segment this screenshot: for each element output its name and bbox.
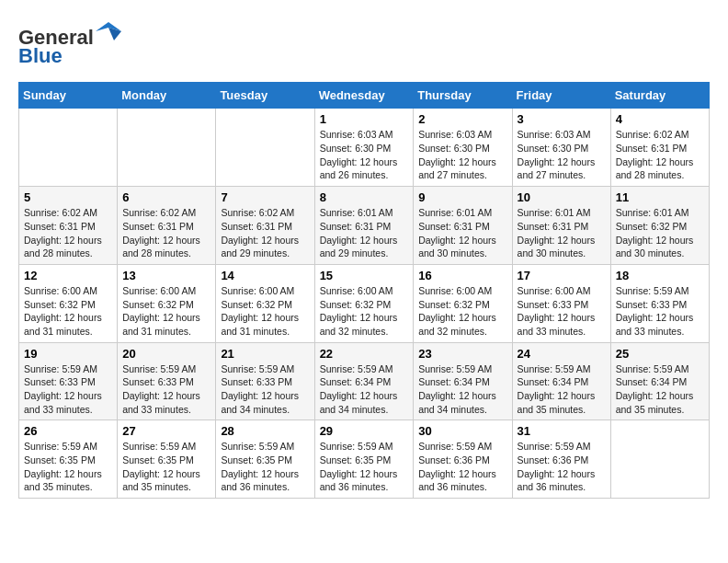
day-number: 3 <box>518 112 606 126</box>
calendar-day-cell: 29Sunrise: 5:59 AM Sunset: 6:35 PM Dayli… <box>314 420 414 499</box>
day-number: 8 <box>320 190 409 204</box>
calendar-day-cell: 2Sunrise: 6:03 AM Sunset: 6:30 PM Daylig… <box>414 109 512 187</box>
day-info: Sunrise: 6:00 AM Sunset: 6:32 PM Dayligh… <box>122 284 210 339</box>
calendar-day-cell: 31Sunrise: 5:59 AM Sunset: 6:36 PM Dayli… <box>512 420 610 499</box>
day-info: Sunrise: 5:59 AM Sunset: 6:35 PM Dayligh… <box>24 440 112 494</box>
day-number: 5 <box>24 190 112 204</box>
calendar-day-cell: 28Sunrise: 5:59 AM Sunset: 6:35 PM Dayli… <box>216 420 314 499</box>
day-info: Sunrise: 6:00 AM Sunset: 6:32 PM Dayligh… <box>418 284 506 339</box>
day-info: Sunrise: 6:00 AM Sunset: 6:32 PM Dayligh… <box>24 284 112 339</box>
calendar-day-cell: 14Sunrise: 6:00 AM Sunset: 6:32 PM Dayli… <box>216 264 314 342</box>
logo-blue-text: Blue <box>18 44 63 67</box>
day-info: Sunrise: 5:59 AM Sunset: 6:34 PM Dayligh… <box>518 362 606 417</box>
calendar-day-cell: 15Sunrise: 6:00 AM Sunset: 6:32 PM Dayli… <box>314 264 414 342</box>
day-number: 13 <box>122 269 210 282</box>
weekday-header-cell: Saturday <box>610 83 709 109</box>
calendar-day-cell: 9Sunrise: 6:01 AM Sunset: 6:31 PM Daylig… <box>414 187 512 265</box>
calendar-day-cell: 8Sunrise: 6:01 AM Sunset: 6:31 PM Daylig… <box>314 187 414 265</box>
day-number: 12 <box>24 269 112 282</box>
logo: General Blue <box>18 18 121 67</box>
day-info: Sunrise: 6:02 AM Sunset: 6:31 PM Dayligh… <box>122 206 210 260</box>
day-number: 16 <box>418 269 506 282</box>
day-number: 1 <box>320 112 409 126</box>
calendar-day-cell: 11Sunrise: 6:01 AM Sunset: 6:32 PM Dayli… <box>610 187 709 265</box>
calendar-day-cell: 21Sunrise: 5:59 AM Sunset: 6:33 PM Dayli… <box>216 342 314 420</box>
day-number: 19 <box>24 347 112 361</box>
calendar-day-cell: 19Sunrise: 5:59 AM Sunset: 6:33 PM Dayli… <box>19 342 118 420</box>
calendar-day-cell: 25Sunrise: 5:59 AM Sunset: 6:34 PM Dayli… <box>610 342 709 420</box>
calendar-week-row: 1Sunrise: 6:03 AM Sunset: 6:30 PM Daylig… <box>19 109 710 187</box>
weekday-header-cell: Monday <box>118 83 216 109</box>
day-number: 25 <box>616 347 704 361</box>
calendar-table: SundayMondayTuesdayWednesdayThursdayFrid… <box>18 82 710 499</box>
weekday-header-cell: Sunday <box>19 83 118 109</box>
day-info: Sunrise: 6:00 AM Sunset: 6:32 PM Dayligh… <box>320 284 409 339</box>
day-info: Sunrise: 6:02 AM Sunset: 6:31 PM Dayligh… <box>616 128 704 182</box>
calendar-day-cell: 17Sunrise: 6:00 AM Sunset: 6:33 PM Dayli… <box>512 264 610 342</box>
day-number: 31 <box>518 424 606 438</box>
calendar-day-cell: 26Sunrise: 5:59 AM Sunset: 6:35 PM Dayli… <box>19 420 118 499</box>
svg-marker-1 <box>108 28 121 40</box>
calendar-day-cell: 12Sunrise: 6:00 AM Sunset: 6:32 PM Dayli… <box>19 264 118 342</box>
day-number: 14 <box>221 269 309 282</box>
day-number: 30 <box>418 424 506 438</box>
calendar-week-row: 26Sunrise: 5:59 AM Sunset: 6:35 PM Dayli… <box>19 420 710 499</box>
calendar-day-cell: 7Sunrise: 6:02 AM Sunset: 6:31 PM Daylig… <box>216 187 314 265</box>
calendar-week-row: 5Sunrise: 6:02 AM Sunset: 6:31 PM Daylig… <box>19 187 710 265</box>
day-info: Sunrise: 5:59 AM Sunset: 6:34 PM Dayligh… <box>418 362 506 417</box>
logo-bird-icon <box>96 18 121 44</box>
day-info: Sunrise: 6:01 AM Sunset: 6:31 PM Dayligh… <box>518 206 606 260</box>
day-number: 29 <box>320 424 409 438</box>
day-info: Sunrise: 5:59 AM Sunset: 6:33 PM Dayligh… <box>24 362 112 417</box>
day-info: Sunrise: 6:03 AM Sunset: 6:30 PM Dayligh… <box>418 128 506 182</box>
calendar-week-row: 19Sunrise: 5:59 AM Sunset: 6:33 PM Dayli… <box>19 342 710 420</box>
calendar-week-row: 12Sunrise: 6:00 AM Sunset: 6:32 PM Dayli… <box>19 264 710 342</box>
day-info: Sunrise: 5:59 AM Sunset: 6:35 PM Dayligh… <box>320 440 409 494</box>
calendar-day-cell: 30Sunrise: 5:59 AM Sunset: 6:36 PM Dayli… <box>414 420 512 499</box>
day-info: Sunrise: 5:59 AM Sunset: 6:35 PM Dayligh… <box>221 440 309 494</box>
day-number: 18 <box>616 269 704 282</box>
calendar-day-cell: 4Sunrise: 6:02 AM Sunset: 6:31 PM Daylig… <box>610 109 709 187</box>
day-number: 20 <box>122 347 210 361</box>
calendar-body: 1Sunrise: 6:03 AM Sunset: 6:30 PM Daylig… <box>19 109 710 499</box>
day-number: 17 <box>518 269 606 282</box>
day-number: 28 <box>221 424 309 438</box>
calendar-day-cell <box>118 109 216 187</box>
day-info: Sunrise: 5:59 AM Sunset: 6:34 PM Dayligh… <box>616 362 704 417</box>
day-info: Sunrise: 5:59 AM Sunset: 6:36 PM Dayligh… <box>418 440 506 494</box>
weekday-header-cell: Wednesday <box>314 83 414 109</box>
day-number: 4 <box>616 112 704 126</box>
day-number: 7 <box>221 190 309 204</box>
day-number: 15 <box>320 269 409 282</box>
calendar-day-cell: 27Sunrise: 5:59 AM Sunset: 6:35 PM Dayli… <box>118 420 216 499</box>
weekday-header-cell: Thursday <box>414 83 512 109</box>
day-number: 22 <box>320 347 409 361</box>
day-info: Sunrise: 5:59 AM Sunset: 6:33 PM Dayligh… <box>616 284 704 339</box>
weekday-header-row: SundayMondayTuesdayWednesdayThursdayFrid… <box>19 83 710 109</box>
calendar-day-cell: 20Sunrise: 5:59 AM Sunset: 6:33 PM Dayli… <box>118 342 216 420</box>
day-info: Sunrise: 6:02 AM Sunset: 6:31 PM Dayligh… <box>221 206 309 260</box>
calendar-day-cell: 22Sunrise: 5:59 AM Sunset: 6:34 PM Dayli… <box>314 342 414 420</box>
day-info: Sunrise: 6:00 AM Sunset: 6:32 PM Dayligh… <box>221 284 309 339</box>
page-header: General Blue <box>18 18 710 67</box>
calendar-day-cell: 13Sunrise: 6:00 AM Sunset: 6:32 PM Dayli… <box>118 264 216 342</box>
day-number: 24 <box>518 347 606 361</box>
day-number: 27 <box>122 424 210 438</box>
day-number: 26 <box>24 424 112 438</box>
calendar-day-cell: 18Sunrise: 5:59 AM Sunset: 6:33 PM Dayli… <box>610 264 709 342</box>
calendar-day-cell <box>19 109 118 187</box>
calendar-day-cell: 5Sunrise: 6:02 AM Sunset: 6:31 PM Daylig… <box>19 187 118 265</box>
day-info: Sunrise: 5:59 AM Sunset: 6:35 PM Dayligh… <box>122 440 210 494</box>
day-info: Sunrise: 5:59 AM Sunset: 6:33 PM Dayligh… <box>122 362 210 417</box>
calendar-day-cell <box>216 109 314 187</box>
calendar-day-cell: 23Sunrise: 5:59 AM Sunset: 6:34 PM Dayli… <box>414 342 512 420</box>
day-number: 9 <box>418 190 506 204</box>
day-number: 2 <box>418 112 506 126</box>
calendar-day-cell <box>610 420 709 499</box>
day-info: Sunrise: 6:02 AM Sunset: 6:31 PM Dayligh… <box>24 206 112 260</box>
day-info: Sunrise: 5:59 AM Sunset: 6:33 PM Dayligh… <box>221 362 309 417</box>
day-info: Sunrise: 6:03 AM Sunset: 6:30 PM Dayligh… <box>518 128 606 182</box>
day-number: 6 <box>122 190 210 204</box>
day-info: Sunrise: 6:01 AM Sunset: 6:31 PM Dayligh… <box>418 206 506 260</box>
calendar-day-cell: 6Sunrise: 6:02 AM Sunset: 6:31 PM Daylig… <box>118 187 216 265</box>
